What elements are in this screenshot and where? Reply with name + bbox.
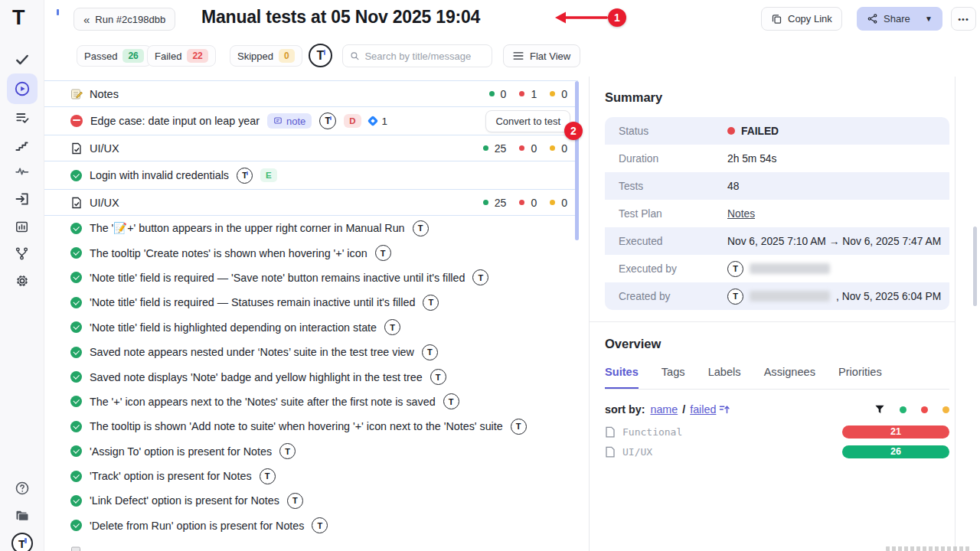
sort-name-link[interactable]: name <box>650 403 678 416</box>
more-label: ••• <box>958 15 969 24</box>
test-label: 'Assign To' option is present for Notes <box>90 445 272 458</box>
test-row[interactable]: 'Track' option is present for NotesT <box>44 464 578 488</box>
test-row[interactable]: Saved note appears nested under ‘Notes’ … <box>44 340 578 364</box>
summary-row-tests: Tests 48 <box>605 172 949 200</box>
filter-skipped-chip[interactable]: Skipped 0 <box>230 45 302 67</box>
tree-scrollbar-thumb[interactable] <box>575 81 579 240</box>
avatar-t-icon: T <box>422 344 438 360</box>
test-row[interactable]: 'Assign To' option is present for NotesT <box>44 439 578 464</box>
tab-suites[interactable]: Suites <box>605 366 639 389</box>
sidebar-item-analytics[interactable] <box>7 211 38 242</box>
sidebar-item-pulse[interactable] <box>7 156 38 187</box>
suite-passed-count: 25 <box>495 197 507 209</box>
tab-assignees[interactable]: Assignees <box>764 366 815 389</box>
test-row[interactable]: 'Note title' field is highlighted depend… <box>44 315 578 340</box>
sidebar-item-branches[interactable] <box>7 238 38 269</box>
sidebar-item-docs[interactable] <box>7 500 38 531</box>
test-row[interactable]: 'Delete from Run' option is present for … <box>44 514 578 538</box>
tab-priorities[interactable]: Priorities <box>838 366 882 389</box>
passed-status-icon <box>70 371 82 383</box>
more-actions-button[interactable]: ••• <box>951 7 976 31</box>
assignee-avatar[interactable]: T <box>309 44 332 67</box>
avatar-t-icon: T <box>511 419 527 435</box>
back-to-run-button[interactable]: « Run #2c198dbb <box>74 8 175 31</box>
avatar-t-icon: T <box>443 393 459 409</box>
suite-row-uiux-1[interactable]: UI/UX 25 0 0 <box>44 135 578 161</box>
filter-passed-chip[interactable]: Passed 26 <box>77 45 152 67</box>
suite-row-notes[interactable]: Notes 0 1 0 <box>44 80 578 107</box>
row-label: Executed <box>619 236 727 247</box>
share-icon <box>867 13 878 24</box>
summary-rows: Status FAILED Duration 2h 5m 54s Tests 4… <box>605 117 949 310</box>
summary-row-test-plan: Test Plan Notes <box>605 200 949 227</box>
play-circle-icon <box>14 80 31 97</box>
test-row[interactable]: 'Note title' field is required — 'Save n… <box>44 266 578 290</box>
app-sidebar: T T <box>0 0 44 551</box>
window-scrollbar-thumb[interactable] <box>973 227 977 306</box>
search-input[interactable] <box>364 51 485 62</box>
redacted-username <box>750 291 830 302</box>
sidebar-item-plans[interactable] <box>7 103 38 133</box>
tab-tags[interactable]: Tags <box>662 366 685 389</box>
back-button-label: Run #2c198dbb <box>95 14 165 25</box>
profile-avatar[interactable]: T <box>7 528 38 551</box>
avatar-t-icon: T <box>727 261 743 277</box>
sort-failed-link[interactable]: failed <box>690 403 716 416</box>
sidebar-item-settings[interactable] <box>7 266 38 296</box>
test-row[interactable]: 'Note title' field is required — Statuse… <box>44 290 578 315</box>
test-row-login[interactable]: Login with invalid credentials T E <box>44 161 578 189</box>
test-row-clipped[interactable] <box>44 540 578 551</box>
convert-to-test-button[interactable]: Convert to test <box>485 110 570 132</box>
test-row[interactable]: The tooltip is shown 'Add note to suite'… <box>44 414 578 439</box>
share-button[interactable]: Share ▼ <box>857 7 942 31</box>
overview-suite-row-functional[interactable]: Functional 21 <box>605 422 949 441</box>
legend-passed-dot[interactable] <box>900 406 906 413</box>
failed-bar[interactable]: 21 <box>842 425 949 439</box>
passed-bar[interactable]: 26 <box>842 445 949 458</box>
summary-title: Summary <box>605 90 662 105</box>
suite-name: UI/UX <box>622 446 652 458</box>
tab-labels[interactable]: Labels <box>708 366 741 389</box>
passed-status-icon <box>70 272 82 283</box>
app-logo[interactable]: T <box>12 8 56 28</box>
note-row-edge-case[interactable]: Edge case: date input on leap year note … <box>44 107 578 135</box>
share-label: Share <box>884 13 910 24</box>
test-row[interactable]: The '+' icon appears next to the 'Notes'… <box>44 390 578 414</box>
duration-value: 2h 5m 54s <box>727 153 776 165</box>
overview-suite-row-uiux[interactable]: UI/UX 26 <box>605 442 949 461</box>
status-badge: FAILED <box>727 126 779 137</box>
skipped-count: 0 <box>279 49 295 63</box>
suite-passed-count: 0 <box>501 88 507 100</box>
suite-row-uiux-2[interactable]: UI/UX 25 0 0 <box>44 189 578 216</box>
sidebar-item-tests[interactable] <box>7 44 38 75</box>
filter-failed-chip[interactable]: Failed 22 <box>147 45 216 67</box>
test-plan-link[interactable]: Notes <box>727 208 755 220</box>
suite-passed-count: 25 <box>495 142 507 155</box>
filter-funnel-icon[interactable] <box>874 404 885 415</box>
test-row[interactable]: The '📝+' button appears in the upper rig… <box>44 216 578 240</box>
suite-label: UI/UX <box>90 197 119 209</box>
test-label: 'Delete from Run' option is present for … <box>90 520 304 532</box>
test-label: 'Note title' field is highlighted depend… <box>90 321 377 334</box>
clipped-text-artifact <box>886 546 972 551</box>
avatar-t-icon: T <box>287 493 303 509</box>
sidebar-item-help[interactable] <box>7 473 38 504</box>
sidebar-item-runs[interactable] <box>7 73 38 104</box>
test-row[interactable]: Saved note displays 'Note' badge and yel… <box>44 364 578 389</box>
flat-view-button[interactable]: Flat View <box>503 44 580 67</box>
legend-failed-dot[interactable] <box>921 406 928 413</box>
test-row[interactable]: 'Link Defect' option is present for Note… <box>44 488 578 513</box>
search-input-wrapper <box>342 44 492 67</box>
avatar-t-icon: T <box>727 289 743 305</box>
test-label: The tooltip is shown 'Add note to suite'… <box>90 420 503 432</box>
legend-skipped-dot[interactable] <box>942 406 949 413</box>
e-badge: E <box>260 168 277 182</box>
row-label: Created by <box>619 291 727 302</box>
copy-link-button[interactable]: Copy Link <box>761 7 842 31</box>
steps-icon <box>15 139 29 153</box>
test-row[interactable]: The tooltip 'Create notes' is shown when… <box>44 240 578 265</box>
sidebar-item-import[interactable] <box>7 184 38 214</box>
suite-failed-count: 0 <box>531 142 537 155</box>
passed-status-icon <box>70 445 82 457</box>
suite-label: UI/UX <box>90 142 119 155</box>
